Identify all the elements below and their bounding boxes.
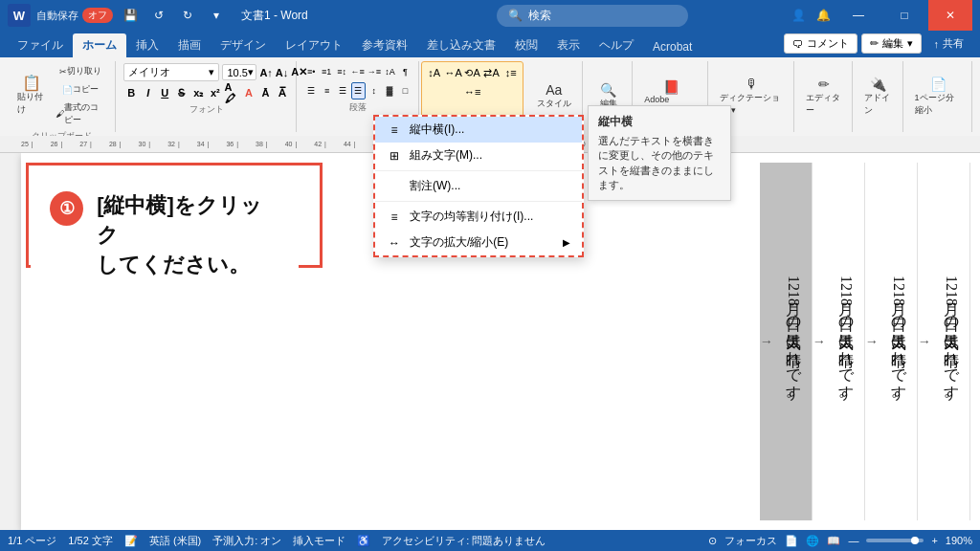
autosave-toggle[interactable]: オフ <box>82 8 113 23</box>
text-dir-3-button[interactable]: ⟲A <box>464 64 481 81</box>
tab-home[interactable]: ホーム <box>73 33 126 57</box>
minimize-button[interactable]: — <box>836 0 880 31</box>
font-color-button[interactable]: A <box>241 84 256 101</box>
tooltip-box: 縦中横 選んだテキストを横書きに変更し、その他のテキストを縦書きのままにします。 <box>588 105 731 201</box>
char-shading-button[interactable]: Ā <box>258 84 274 101</box>
subscript-button[interactable]: x₂ <box>191 84 207 101</box>
kumimoji-label: 組み文字(M)... <box>410 147 482 164</box>
highlight-button[interactable]: A🖍 <box>225 84 240 101</box>
dropdown-item-kumimoji[interactable]: ⊞ 組み文字(M)... <box>375 143 582 168</box>
redo-button[interactable]: ↻ <box>176 4 199 27</box>
tab-acrobat[interactable]: Acrobat <box>643 36 702 57</box>
increase-font-button[interactable]: A↑ <box>259 64 272 81</box>
cut-icon: ✂ <box>59 67 67 77</box>
tab-view[interactable]: 表示 <box>547 33 590 57</box>
text-direction-buttons: ↕A ↔A ⟲A ⇄A ↕≡ ↔≡ <box>424 64 521 100</box>
edit-button[interactable]: ✏ 編集 ▾ <box>861 33 922 54</box>
tab-references[interactable]: 参考資料 <box>352 33 417 57</box>
zoom-slider[interactable] <box>866 539 924 542</box>
text-dir-1-button[interactable]: ↕A <box>426 64 443 81</box>
comment-button[interactable]: 🗨 コメント <box>784 33 858 54</box>
font-name-row: メイリオ▾ 10.5▾ A↑ A↓ A✕ <box>123 63 289 81</box>
vertical-col-1: 12月18日の天気は晴れです。 ↑ <box>918 163 970 520</box>
zoom-thumb <box>911 537 919 544</box>
dropdown-item-equal-spacing[interactable]: ≡ 文字の均等割り付け(I)... <box>375 204 582 230</box>
mic-icon: 🎙 <box>746 77 759 92</box>
submenu-arrow-icon: ▶ <box>563 237 570 248</box>
save-button[interactable]: 💾 <box>119 4 142 27</box>
undo-button[interactable]: ↺ <box>147 4 170 27</box>
italic-button[interactable]: I <box>141 84 156 101</box>
cut-copy-buttons: ✂切り取り 📄コピー 🖌書式のコピー <box>52 63 109 128</box>
status-lang-icon: 📝 <box>124 535 138 547</box>
user-icon[interactable]: 👤 <box>787 4 810 27</box>
align-right-button[interactable]: ☰ <box>335 82 349 99</box>
tab-insert[interactable]: 挿入 <box>126 33 168 57</box>
sort-button[interactable]: ↕A <box>383 63 397 80</box>
search-bar[interactable]: 🔍 検索 <box>497 5 688 27</box>
tab-file[interactable]: ファイル <box>8 33 73 57</box>
addin-button[interactable]: 🔌 アドイン <box>860 63 897 130</box>
decrease-indent-button[interactable]: ←≡ <box>350 63 366 80</box>
editor-icon: ✏ <box>818 77 830 92</box>
acrobat-icon: 📕 <box>663 79 679 95</box>
top-right-buttons: 🗨 コメント ✏ 編集 ▾ ↑ 共有 <box>784 33 973 57</box>
copy-button[interactable]: 📄コピー <box>52 81 109 98</box>
bell-icon[interactable]: 🔔 <box>812 4 835 27</box>
page-view-button[interactable]: 📄 1ページ分縮小 <box>911 63 967 130</box>
underline-button[interactable]: U <box>157 84 172 101</box>
justify-button[interactable]: ☰ <box>351 82 366 99</box>
font-name-selector[interactable]: メイリオ▾ <box>123 63 219 81</box>
view-read-icon[interactable]: 📖 <box>827 535 840 547</box>
dropdown-separator <box>375 170 582 171</box>
multilevel-list-button[interactable]: ≡↕ <box>335 63 349 80</box>
font-size-selector[interactable]: 10.5▾ <box>222 64 256 80</box>
search-icon: 🔍 <box>508 9 523 22</box>
dropdown-item-warichu[interactable]: 割注(W)... <box>375 173 582 199</box>
show-marks-button[interactable]: ¶ <box>398 63 412 80</box>
align-center-button[interactable]: ≡ <box>320 82 334 99</box>
text-dir-5-button[interactable]: ↕≡ <box>502 64 520 81</box>
strikethrough-button[interactable]: S̶ <box>174 84 189 101</box>
instruction-line1: [縦中横]をクリック <box>97 191 279 251</box>
border-button[interactable]: □ <box>398 82 412 99</box>
text-dir-4-button[interactable]: ⇄A <box>483 64 501 81</box>
align-left-button[interactable]: ☰ <box>304 82 319 99</box>
bullet-list-button[interactable]: ≡• <box>304 63 319 80</box>
superscript-button[interactable]: x² <box>208 84 223 101</box>
increase-indent-button[interactable]: →≡ <box>367 63 382 80</box>
status-mode: 挿入モード <box>293 534 345 548</box>
tab-draw[interactable]: 描画 <box>168 33 211 57</box>
dropdown-item-char-scale[interactable]: ↔ 文字の拡大/縮小(E) ▶ <box>375 230 582 255</box>
view-print-icon[interactable]: 📄 <box>785 535 798 547</box>
more-button[interactable]: ▾ <box>205 4 228 27</box>
shading-button[interactable]: ▓ <box>382 82 396 99</box>
char-border-button[interactable]: A̅ <box>275 84 290 101</box>
bold-button[interactable]: B <box>123 84 139 101</box>
chevron-down-icon: ▾ <box>209 66 214 78</box>
tab-review[interactable]: 校閲 <box>505 33 547 57</box>
share-button[interactable]: ↑ 共有 <box>925 33 973 54</box>
view-web-icon[interactable]: 🌐 <box>806 535 819 547</box>
restore-button[interactable]: □ <box>882 0 926 31</box>
status-chars: 1/52 文字 <box>68 534 112 548</box>
minus-zoom-button[interactable]: — <box>848 535 858 546</box>
tab-help[interactable]: ヘルプ <box>590 33 643 57</box>
paste-button[interactable]: 📋 貼り付け <box>13 63 50 128</box>
close-button[interactable]: ✕ <box>928 0 972 31</box>
ribbon-group-addin: 🔌 アドイン <box>855 61 903 132</box>
format-painter-button[interactable]: 🖌書式のコピー <box>52 99 109 128</box>
line-spacing-button[interactable]: ↕ <box>367 82 381 99</box>
tab-mailings[interactable]: 差し込み文書 <box>417 33 505 57</box>
tab-layout[interactable]: レイアウト <box>276 33 352 57</box>
text-dir-6-button[interactable]: ↔≡ <box>464 83 481 100</box>
editor-button[interactable]: ✏ エディター <box>802 63 845 130</box>
dropdown-item-tatenakayoko[interactable]: ≡ 縦中横(I)... <box>375 117 582 143</box>
cut-button[interactable]: ✂切り取り <box>52 63 109 79</box>
plus-zoom-button[interactable]: + <box>931 535 937 546</box>
text-dir-2-button[interactable]: ↔A <box>445 64 462 81</box>
tab-design[interactable]: デザイン <box>211 33 276 57</box>
decrease-font-button[interactable]: A↓ <box>276 64 288 81</box>
equal-spacing-icon: ≡ <box>387 210 402 224</box>
numbered-list-button[interactable]: ≡1 <box>320 63 334 80</box>
